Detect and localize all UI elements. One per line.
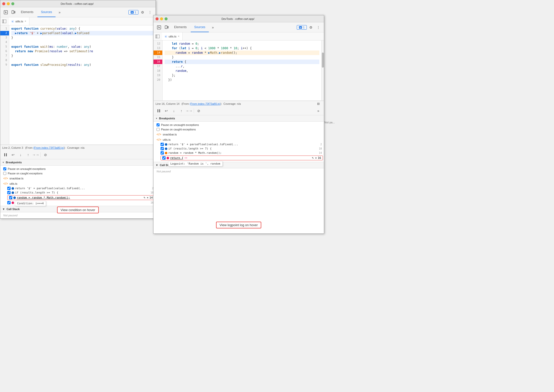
utils-file-name-right: utils.ts: [163, 138, 171, 141]
step-into-btn-right[interactable]: ↓: [171, 108, 177, 114]
file-tab-name-left: utils.ts: [15, 20, 23, 23]
bp-cb-3-right[interactable]: [161, 151, 164, 155]
bp-item-1-right: return '$' + parseFloat(value).toFixed(.…: [154, 142, 324, 146]
close-btn-left[interactable]: [2, 2, 5, 5]
code-line-5: export function wait(ms: number, value: …: [11, 44, 154, 49]
deactivate-btn-left[interactable]: ⊘: [42, 152, 49, 158]
tab-sources-right[interactable]: Sources: [191, 22, 209, 32]
bp-file-snackbar-left[interactable]: </> snackbar.ts: [0, 176, 156, 181]
console-badge-right[interactable]: 1: [297, 25, 307, 30]
bp-cb-1-right[interactable]: [161, 143, 164, 146]
tab-sources-left[interactable]: Sources: [37, 7, 56, 17]
pause-caught-right: Pause on caught exceptions: [154, 127, 324, 132]
code-line-1: export function currency(value: any) {: [11, 26, 154, 31]
bp-file-utils-left[interactable]: </> utils.ts: [0, 181, 156, 186]
more-menu-left[interactable]: ⋮: [146, 9, 154, 16]
callstack-triangle-left: ▼: [2, 208, 5, 211]
sidebar-toggle-left[interactable]: [1, 18, 7, 24]
bp-dot-4-right: [167, 157, 169, 159]
deactivate-btn-right[interactable]: ⊘: [195, 108, 202, 114]
step-over-btn-right[interactable]: ↩: [163, 108, 170, 114]
step-out-btn-left[interactable]: ↑: [25, 152, 31, 158]
bp-dot-1-left: [12, 187, 14, 190]
pause-uncaught-cb-right[interactable]: [157, 123, 160, 126]
code-line-8: [11, 58, 154, 63]
file-tab-close-left[interactable]: ×: [24, 20, 27, 23]
pause-caught-cb-right[interactable]: [157, 128, 160, 131]
gear-icon-right[interactable]: ⚙: [307, 24, 314, 31]
bp-highlighted-content-left: random = random * Math.random(); ✎ × 14: [7, 195, 155, 200]
logpoint-marker: ••: [184, 157, 187, 159]
continue-btn-right[interactable]: →→: [186, 108, 192, 114]
r-line-18: 18: [154, 69, 162, 73]
delete-bp-icon-right[interactable]: ×: [315, 156, 317, 160]
step-over-btn-left[interactable]: ↩: [10, 152, 16, 158]
close-btn-right[interactable]: [156, 17, 159, 20]
step-out-btn-right[interactable]: ↑: [178, 108, 185, 114]
step-into-btn-left[interactable]: ↓: [17, 152, 24, 158]
bp-cb-4-left[interactable]: [7, 201, 11, 204]
device-icon[interactable]: [10, 9, 17, 16]
left-line-numbers: 1 2 3 4 5 6 7 8 9: [0, 25, 9, 144]
bp-cb-4-right[interactable]: [162, 156, 166, 160]
bp-item-3-right: random = random * Math.random(); 14: [154, 151, 324, 155]
left-breakpoints-header[interactable]: ▼ Breakpoints: [0, 159, 156, 166]
r-line-14: 14: [154, 51, 162, 55]
tab-elements-right[interactable]: Elements: [171, 22, 190, 32]
bp-text-2-left: if (results.length >= 7) {: [15, 191, 58, 194]
svg-text:ts: ts: [165, 36, 167, 37]
bp-dot-3-left: [13, 197, 16, 199]
restore-btn-right[interactable]: [165, 17, 168, 20]
right-code-area: 12 13 14 15 16 17 18 19 20 let random = …: [154, 40, 321, 101]
minimize-btn-left[interactable]: [7, 2, 10, 5]
bp-item-2-left: if (results.length >= 7) { 10: [0, 190, 156, 195]
console-badge-left[interactable]: 1: [128, 10, 138, 15]
right-scrollbar[interactable]: [321, 40, 324, 101]
left-window-controls: [2, 2, 14, 5]
more-menu-right[interactable]: ⋮: [315, 24, 322, 31]
left-source-link[interactable]: (From index-73f73a80.js): [33, 146, 64, 149]
bp-cb-3-left[interactable]: [9, 196, 12, 199]
right-devtools-window: DevTools - coffee-cart.app/ Elements Sou…: [153, 15, 324, 234]
sidebar-toggle-right[interactable]: [155, 33, 161, 39]
pause-btn-left[interactable]: [2, 152, 9, 158]
right-source-link[interactable]: (From index-73f73a80.js): [190, 102, 221, 105]
right-debug-more[interactable]: »: [315, 107, 322, 114]
device-icon-right[interactable]: [163, 24, 170, 31]
bp-file-snackbar-right[interactable]: </> snackbar.ts: [154, 132, 324, 137]
minimize-btn-right[interactable]: [160, 17, 163, 20]
pause-uncaught-cb-left[interactable]: [3, 167, 6, 170]
gear-icon-left[interactable]: ⚙: [139, 9, 146, 16]
right-breakpoints-header[interactable]: ▼ Breakpoints: [154, 115, 324, 122]
more-tabs-left[interactable]: »: [56, 9, 63, 16]
bp-file-utils-right[interactable]: </> utils.ts: [154, 137, 324, 142]
inspect-icon[interactable]: [2, 9, 9, 16]
right-scrollbar-thumb[interactable]: [322, 53, 324, 68]
pause-btn-right[interactable]: [156, 108, 162, 114]
delete-bp-icon-left[interactable]: ×: [147, 196, 148, 199]
right-debug-btns: ↩ ↓ ↑ →→ ⊘: [156, 108, 202, 114]
edit-bp-icon-left[interactable]: ✎: [144, 196, 145, 199]
continue-btn-left[interactable]: →→: [32, 152, 39, 158]
more-tabs-right[interactable]: »: [209, 24, 216, 31]
pause-caught-cb-left[interactable]: [3, 172, 6, 175]
right-code-wrapper: 12 13 14 15 16 17 18 19 20 let random = …: [154, 40, 324, 101]
right-code-content: let random = 0; for (let i = 0; i < 1000…: [163, 40, 321, 101]
bp-cb-1-left[interactable]: [7, 187, 11, 190]
file-tab-utils-left[interactable]: ts utils.ts ×: [9, 17, 29, 25]
file-tab-close-right[interactable]: ×: [177, 35, 180, 38]
file-tab-utils-right[interactable]: ts utils.ts ×: [162, 32, 183, 40]
edit-bp-icon-right[interactable]: ✎: [312, 156, 314, 160]
code-line-2: ▶return '$' + ▶parseFloat(value).▶toFixe…: [11, 31, 154, 35]
left-status-bar: Line 2, Column 3 (From (From index-73f73…: [0, 145, 156, 150]
r-line-19: 19: [154, 73, 162, 78]
utils-file-name-left: utils.ts: [10, 182, 17, 185]
left-status-position: Line 2, Column 3: [2, 146, 23, 149]
restore-btn-left[interactable]: [11, 2, 14, 5]
bp-cb-2-left[interactable]: [7, 191, 11, 194]
bp-cb-2-right[interactable]: [161, 147, 164, 150]
tab-elements-left[interactable]: Elements: [17, 7, 37, 17]
inspect-icon-right[interactable]: [156, 24, 163, 31]
bp-actions-left: ✎ ×: [144, 196, 148, 199]
right-bp-content: Pause on uncaught exceptions Pause on ca…: [154, 122, 324, 162]
